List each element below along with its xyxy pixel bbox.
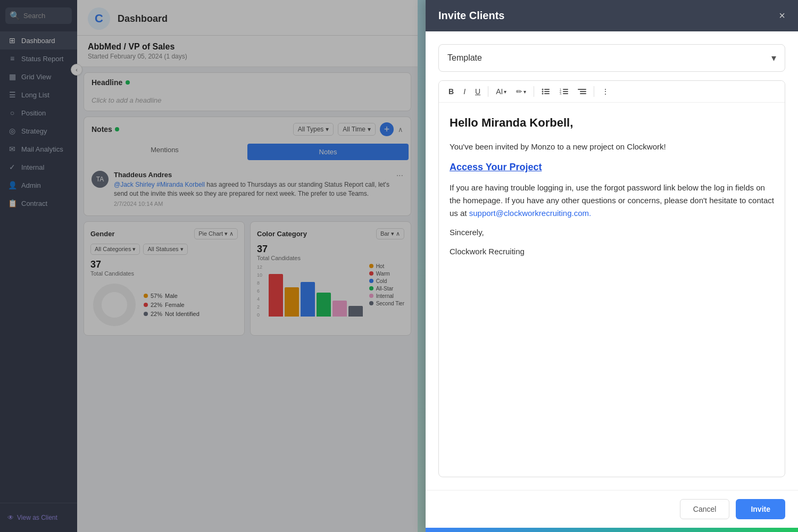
bold-button[interactable]: B <box>445 85 457 98</box>
more-options-button[interactable]: ⋮ <box>598 85 612 98</box>
indent-button[interactable] <box>575 86 589 97</box>
svg-point-4 <box>542 89 544 90</box>
svg-rect-13 <box>563 91 568 92</box>
invite-clients-modal: Invite Clients × Template ▾ B I U AI ▾ ✏… <box>426 0 798 532</box>
toolbar-separator-3 <box>594 86 594 97</box>
modal-close-button[interactable]: × <box>779 10 785 22</box>
ai-button[interactable]: AI ▾ <box>493 85 510 98</box>
svg-rect-18 <box>580 93 586 94</box>
access-project-link[interactable]: Access Your Project <box>450 160 774 175</box>
support-email-link[interactable]: support@clockworkrecruiting.com. <box>469 209 591 218</box>
italic-button[interactable]: I <box>460 85 469 98</box>
editor-toolbar: B I U AI ▾ ✏ ▾ <box>439 81 785 103</box>
template-dropdown[interactable]: Template ▾ <box>438 44 785 72</box>
bullet-list-button[interactable] <box>538 86 553 97</box>
modal-title: Invite Clients <box>438 10 504 22</box>
toolbar-separator-2 <box>534 86 534 97</box>
editor-body[interactable]: Hello Miranda Korbell, You've been invit… <box>439 103 785 315</box>
toolbar-separator <box>488 86 488 97</box>
numbered-list-icon: 1. 2. 3. <box>560 88 568 95</box>
svg-text:3.: 3. <box>560 92 562 95</box>
numbered-list-button[interactable]: 1. 2. 3. <box>556 86 571 97</box>
svg-rect-16 <box>578 89 586 90</box>
email-greeting: Hello Miranda Korbell, <box>450 113 774 132</box>
highlight-button[interactable]: ✏ ▾ <box>513 85 529 98</box>
invite-button[interactable]: Invite <box>736 499 785 519</box>
cancel-button[interactable]: Cancel <box>680 499 730 519</box>
modal-footer: Cancel Invite <box>426 490 798 528</box>
underline-button[interactable]: U <box>472 85 484 98</box>
email-signature: Clockwork Recruiting <box>450 245 774 258</box>
chevron-down-icon: ▾ <box>504 89 506 95</box>
email-signoff: Sincerely, <box>450 226 774 239</box>
svg-point-8 <box>542 93 544 95</box>
modal-header: Invite Clients × <box>426 0 798 31</box>
chevron-down-icon: ▾ <box>771 52 776 64</box>
email-para2: If you are having trouble logging in, us… <box>450 181 774 220</box>
svg-rect-17 <box>580 91 586 92</box>
template-label: Template <box>447 53 482 63</box>
indent-icon <box>578 88 586 95</box>
svg-point-6 <box>542 91 544 93</box>
svg-rect-5 <box>544 89 550 90</box>
svg-rect-11 <box>563 89 568 90</box>
bullet-list-icon <box>542 88 550 95</box>
modal-body: Template ▾ B I U AI ▾ ✏ ▾ <box>426 31 798 490</box>
email-para1: You've been invited by Monzo to a new pr… <box>450 140 774 153</box>
chevron-down-icon: ▾ <box>523 89 526 95</box>
email-editor: B I U AI ▾ ✏ ▾ <box>438 80 785 477</box>
svg-rect-9 <box>544 93 550 94</box>
svg-rect-7 <box>544 91 550 92</box>
svg-rect-15 <box>563 93 568 94</box>
modal-bottom-bar <box>426 528 798 532</box>
